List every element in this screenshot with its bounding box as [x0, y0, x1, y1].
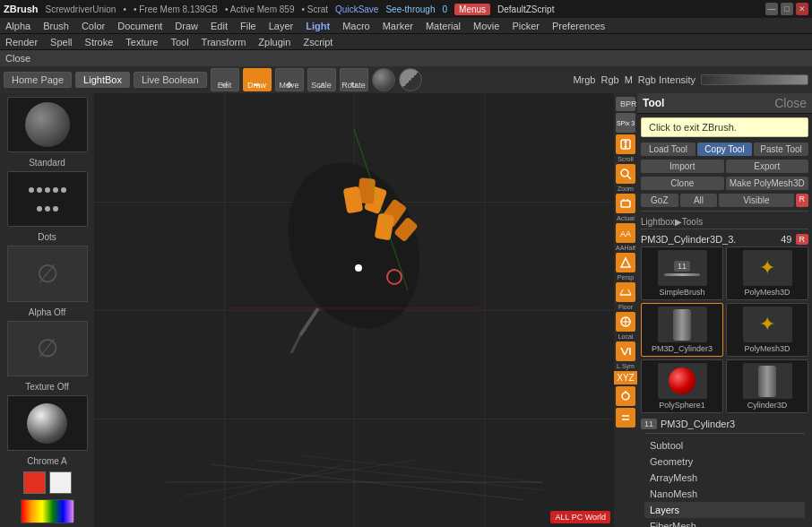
minimize-button[interactable]: — [765, 3, 778, 15]
menu-texture[interactable]: Texture [124, 37, 160, 48]
menu-zplugin[interactable]: Zplugin [256, 37, 292, 48]
menu-nanomesh[interactable]: NanoMesh [644, 486, 805, 502]
menu-brush[interactable]: Brush [41, 21, 71, 31]
brush-dots-thumb[interactable] [7, 171, 88, 227]
background-color-swatch[interactable] [49, 471, 72, 494]
lightbox-button[interactable]: LightBox [75, 72, 130, 88]
rgb-button[interactable]: Rgb [600, 74, 618, 85]
menu-render[interactable]: Render [4, 37, 39, 48]
make-polymesh-button[interactable]: Make PolyMesh3D [726, 177, 809, 190]
rotate-tool-button[interactable]: ↻ Rotate [340, 68, 368, 91]
quick-save-btn[interactable]: QuickSave [335, 4, 378, 14]
material-sphere[interactable] [372, 68, 395, 91]
move-tool-button[interactable]: ✥ Move [275, 68, 304, 91]
cylinder-shape-icon [673, 309, 691, 341]
menu-material[interactable]: Material [424, 21, 462, 31]
scroll-button[interactable] [616, 134, 635, 154]
alpha-thumb[interactable]: ∅ [7, 246, 88, 301]
material-halfsphere[interactable] [399, 68, 422, 91]
menu-subtool[interactable]: Subtool [644, 437, 805, 454]
import-button[interactable]: Import [641, 160, 724, 173]
home-page-button[interactable]: Home Page [4, 72, 72, 88]
menus-button[interactable]: Menus [454, 4, 490, 15]
draw-tool-button[interactable]: ✒ Draw [243, 68, 272, 91]
all-button[interactable]: All [680, 194, 718, 207]
close-button[interactable]: ✕ [796, 3, 808, 15]
rgb-intensity-slider[interactable] [701, 74, 808, 85]
menu-macro[interactable]: Macro [341, 21, 372, 31]
menu-light[interactable]: Light [304, 21, 332, 31]
paste-tool-button[interactable]: Paste Tool [754, 143, 808, 156]
mrgb-button[interactable]: Mrgb [573, 74, 595, 85]
tool-close-label[interactable]: Close [774, 96, 807, 110]
close-label[interactable]: Close [5, 53, 30, 64]
lsym-button[interactable] [616, 341, 635, 361]
menu-spell[interactable]: Spell [48, 37, 73, 48]
pm3d-r-badge: R [796, 234, 809, 245]
bpr-button[interactable]: BPR [616, 97, 635, 111]
canvas-area[interactable]: ALL PC World [94, 93, 614, 527]
menu-preferences[interactable]: Preferences [550, 21, 607, 31]
zoom-button[interactable] [616, 164, 635, 184]
subtool-pm3d-cylinder[interactable]: PM3D_Cylinder3 [641, 303, 723, 357]
menu-alpha[interactable]: Alpha [4, 21, 32, 31]
load-tool-button[interactable]: Load Tool [641, 143, 695, 156]
subtool-polysphere[interactable]: PolySphere1 [641, 359, 723, 413]
brush-circle-icon [25, 102, 70, 147]
menu-edit[interactable]: Edit [209, 21, 229, 31]
menu-geometry[interactable]: Geometry [644, 454, 805, 470]
goz-button[interactable]: GoZ [641, 194, 678, 207]
color-gradient-swatch[interactable] [21, 499, 74, 523]
export-button[interactable]: Export [726, 160, 809, 173]
local-button[interactable] [616, 312, 635, 332]
foreground-color-swatch[interactable] [23, 471, 46, 494]
texture-off-icon: ∅ [37, 333, 58, 363]
menu-marker[interactable]: Marker [381, 21, 415, 31]
menu-file[interactable]: File [238, 21, 258, 31]
maximize-button[interactable]: □ [781, 3, 793, 15]
subtool-simplebrush[interactable]: 11 SimpleBrush [641, 246, 723, 300]
svg-line-31 [620, 289, 623, 295]
m-button[interactable]: M [625, 74, 633, 85]
r-badge[interactable]: R [796, 194, 809, 207]
copy-tool-button[interactable]: Copy Tool [697, 143, 752, 156]
persp-button[interactable] [616, 253, 635, 272]
subtool-polymesh3d[interactable]: ✦ PolyMesh3D [726, 246, 808, 300]
spix-button[interactable]: SPix 3 [616, 113, 635, 133]
polymesh-star2-icon: ✦ [759, 313, 775, 336]
see-through-btn[interactable]: See-through [385, 4, 435, 14]
subtool-cylinder3d[interactable]: Cylinder3D [726, 359, 808, 413]
visible-button[interactable]: Visible [719, 194, 793, 207]
menu-layer[interactable]: Layer [267, 21, 296, 31]
actual-button[interactable] [616, 194, 635, 213]
menu-layers[interactable]: Layers [644, 502, 805, 518]
floor-button[interactable] [616, 282, 635, 302]
menu-draw[interactable]: Draw [173, 21, 200, 31]
lsym-icon [619, 345, 632, 358]
subtool-polymesh3d-2[interactable]: ✦ PolyMesh3D [726, 303, 808, 357]
clone-button[interactable]: Clone [641, 177, 724, 190]
xyz-button[interactable]: XYZ [611, 371, 639, 384]
brush-standard-thumb[interactable] [7, 97, 88, 152]
texture-thumb[interactable]: ∅ [7, 321, 88, 376]
menu-zscript[interactable]: Zscript [301, 37, 334, 48]
menu-picker[interactable]: Picker [510, 21, 541, 31]
svg-line-15 [291, 335, 300, 353]
menu-transform[interactable]: Transform [200, 37, 248, 48]
menu-stroke[interactable]: Stroke [83, 37, 116, 48]
scale-tool-button[interactable]: ⤢ Scale [307, 68, 336, 91]
edit-tool-button[interactable]: ✏ Edit [211, 68, 239, 91]
extra-button-1[interactable] [616, 386, 635, 406]
menu-document[interactable]: Document [116, 21, 164, 31]
menu-fibermesh[interactable]: FiberMesh [644, 518, 805, 527]
pm3d-cylinder-label: PM3D_Cylinder3 [652, 344, 713, 353]
extra-button-2[interactable] [616, 408, 635, 428]
menu-arraymesh[interactable]: ArrayMesh [644, 470, 805, 486]
live-boolean-button[interactable]: Live Boolean [134, 72, 207, 88]
floor-icon [619, 286, 632, 298]
menu-tool[interactable]: Tool [168, 37, 190, 48]
menu-movie[interactable]: Movie [471, 21, 501, 31]
menu-color[interactable]: Color [80, 21, 107, 31]
aahalf-button[interactable]: AA [616, 223, 635, 243]
chrome-thumb[interactable] [7, 395, 88, 451]
